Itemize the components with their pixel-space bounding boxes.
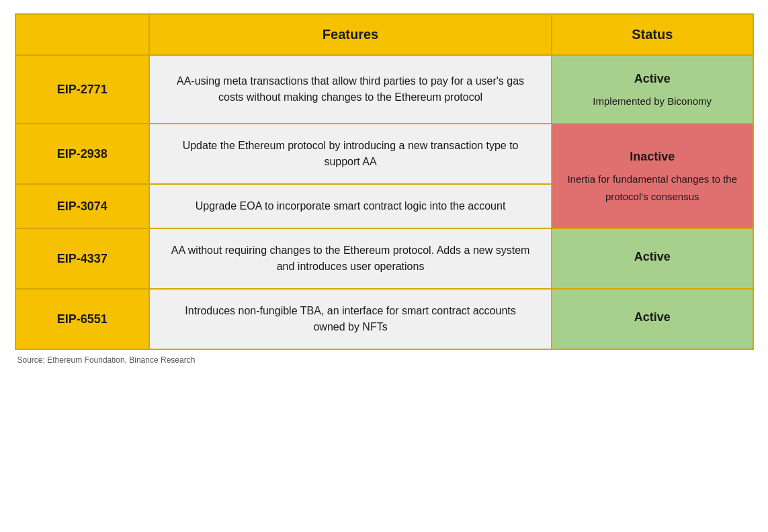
- col-header-features: Features: [149, 14, 552, 55]
- table-header-row: Features Status: [15, 14, 753, 55]
- eip-label-3074: EIP-3074: [15, 184, 150, 228]
- feature-text-6551: Introduces non-fungible TBA, an interfac…: [149, 289, 552, 349]
- feature-text-4337: AA without requiring changes to the Ethe…: [149, 228, 552, 289]
- status-cell-4337: Active: [552, 228, 753, 289]
- status-label-6551: Active: [562, 308, 742, 327]
- status-cell-2938-3074: Inactive Inertia for fundamental changes…: [552, 124, 753, 228]
- col-header-eip: [15, 14, 150, 55]
- status-cell-6551: Active: [552, 289, 753, 349]
- table-row: EIP-2771 AA-using meta transactions that…: [15, 55, 753, 124]
- status-desc-2938: Inertia for fundamental changes to the p…: [567, 173, 737, 202]
- feature-text-2771: AA-using meta transactions that allow th…: [149, 55, 552, 124]
- eip-label-2938: EIP-2938: [15, 124, 150, 184]
- status-desc-2771: Implemented by Biconomy: [593, 95, 712, 107]
- source-citation: Source: Ethereum Foundation, Binance Res…: [15, 355, 754, 365]
- status-label-4337: Active: [562, 247, 742, 267]
- eip-label-6551: EIP-6551: [15, 289, 150, 349]
- table-row: EIP-6551 Introduces non-fungible TBA, an…: [15, 289, 753, 349]
- feature-text-3074: Upgrade EOA to incorporate smart contrac…: [149, 184, 552, 228]
- status-cell-2771: Active Implemented by Biconomy: [552, 55, 753, 124]
- eip-label-2771: EIP-2771: [15, 55, 150, 124]
- feature-text-2938: Update the Ethereum protocol by introduc…: [149, 124, 552, 184]
- table-row: EIP-2938 Update the Ethereum protocol by…: [15, 124, 753, 184]
- eip-comparison-table: Features Status EIP-2771 AA-using meta t…: [15, 13, 754, 350]
- status-label-2771: Active: [562, 69, 742, 89]
- col-header-status: Status: [552, 14, 753, 55]
- eip-label-4337: EIP-4337: [15, 228, 150, 289]
- status-label-2938: Inactive: [562, 147, 742, 167]
- table-row: EIP-4337 AA without requiring changes to…: [15, 228, 753, 289]
